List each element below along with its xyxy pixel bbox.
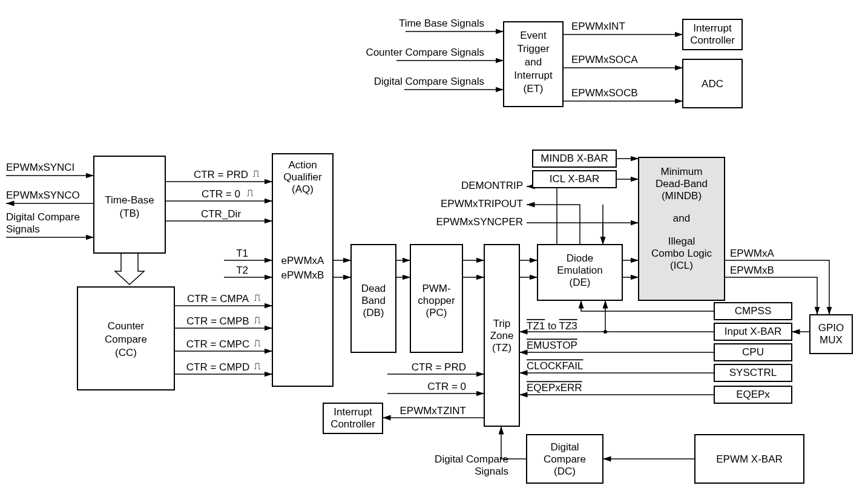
svg-text:CPU: CPU (742, 346, 764, 358)
dc-signals-bottom-l1: Digital Compare (435, 453, 508, 465)
svg-text:Combo Logic: Combo Logic (651, 248, 712, 259)
svg-text:(PC): (PC) (426, 307, 447, 318)
svg-text:Compare: Compare (105, 334, 147, 345)
pulse-icon: ⎍ (254, 337, 261, 349)
et-l3: and (525, 56, 542, 68)
svg-text:TZ1 to TZ3: TZ1 to TZ3 (527, 320, 577, 332)
tz-ctr-prd-label: CTR = PRD (412, 361, 466, 373)
svg-text:Emulation: Emulation (557, 265, 603, 276)
et-l4: Interrupt (514, 70, 553, 81)
svg-text:and: and (673, 212, 690, 224)
epwmxsoca-label: EPWMxSOCA (571, 54, 638, 65)
svg-text:ICL X-BAR: ICL X-BAR (550, 173, 600, 185)
svg-text:Time-Base: Time-Base (105, 194, 154, 206)
svg-text:(AQ): (AQ) (292, 183, 314, 195)
svg-text:PWM-: PWM- (422, 283, 450, 294)
svg-text:(DE): (DE) (570, 277, 591, 288)
et-l1: Event (520, 30, 547, 41)
epwmxa-label: ePWMxA (281, 255, 325, 266)
dc-left-l1: Digital Compare (6, 211, 80, 223)
epwmxtzint-label: EPWMxTZINT (399, 405, 466, 417)
svg-text:Compare: Compare (544, 453, 586, 465)
ctr-dir-label: CTR_Dir (201, 208, 241, 220)
svg-text:(CC): (CC) (115, 347, 137, 358)
svg-text:Input X-BAR: Input X-BAR (725, 326, 782, 337)
out-epwmxa-label: EPWMxA (730, 248, 774, 259)
tz-ctr-zero-label: CTR = 0 (427, 381, 466, 392)
ctr-cmpa-label: CTR = CMPA (187, 293, 249, 305)
svg-text:Zone: Zone (490, 330, 514, 341)
svg-text:EQEPx: EQEPx (736, 389, 770, 400)
svg-text:Interrupt: Interrupt (334, 406, 372, 418)
emustop-label: EMUSTOP (527, 340, 577, 351)
svg-text:Controller: Controller (330, 418, 375, 430)
tz1-label: TZ1 (527, 320, 545, 332)
svg-text:Controller: Controller (690, 35, 735, 46)
svg-text:Band: Band (361, 295, 386, 306)
svg-text:ADC: ADC (702, 78, 723, 90)
svg-text:(TB): (TB) (119, 208, 139, 219)
svg-text:Diode: Diode (567, 252, 593, 264)
svg-text:(DC): (DC) (554, 466, 576, 477)
pulse-icon: ⎍ (254, 314, 261, 326)
epwm-block-diagram: Event Trigger and Interrupt (ET) Time Ba… (0, 0, 868, 494)
svg-text:Dead-Band: Dead-Band (656, 178, 708, 189)
et-l5: (ET) (523, 83, 543, 94)
svg-text:(DB): (DB) (363, 307, 384, 318)
epwmxsynco-label: EPWMxSYNCO (6, 189, 80, 201)
epwmxtripout-label: EPWMxTRIPOUT (441, 198, 523, 209)
timebase-signals-label: Time Base Signals (399, 18, 484, 29)
pulse-icon: ⎍ (254, 360, 261, 372)
ctr-prd-label: CTR = PRD (194, 169, 248, 180)
svg-text:GPIO: GPIO (818, 322, 844, 334)
tz3-label: TZ3 (559, 320, 577, 332)
digital-compare-signals-top-label: Digital Compare Signals (374, 76, 484, 87)
epwmxint-label: EPWMxINT (571, 21, 625, 32)
epwmxsynci-label: EPWMxSYNCI (6, 162, 74, 173)
svg-text:MUX: MUX (820, 334, 843, 346)
out-epwmxb-label: EPWMxB (730, 265, 774, 276)
pulse-icon: ⎍ (253, 168, 260, 179)
svg-text:Digital: Digital (550, 441, 579, 453)
dc-signals-bottom-l2: Signals (475, 466, 508, 477)
svg-text:(ICL): (ICL) (670, 260, 693, 271)
svg-text:Trip: Trip (493, 318, 511, 329)
svg-text:Counter: Counter (108, 320, 145, 332)
epwmxsocb-label: EPWMxSOCB (571, 87, 638, 99)
counter-compare-signals-label: Counter Compare Signals (366, 47, 484, 58)
svg-text:Dead: Dead (361, 283, 386, 294)
svg-text:(TZ): (TZ) (492, 342, 511, 354)
ctr-cmpc-label: CTR = CMPC (186, 338, 249, 350)
svg-text:Action: Action (288, 159, 317, 171)
epwmxb-label: ePWMxB (281, 269, 324, 281)
ctr-zero-label: CTR = 0 (202, 188, 240, 200)
ctr-cmpb-label: CTR = CMPB (186, 315, 249, 327)
pulse-icon: ⎍ (254, 292, 261, 303)
svg-text:chopper: chopper (418, 295, 455, 306)
svg-text:EPWM X-BAR: EPWM X-BAR (716, 453, 783, 465)
svg-text:SYSCTRL: SYSCTRL (729, 367, 777, 378)
t2-label: T2 (236, 265, 248, 276)
svg-text:Interrupt: Interrupt (693, 22, 732, 34)
svg-text:(MINDB): (MINDB) (662, 190, 702, 202)
svg-text:Qualifier: Qualifier (283, 171, 322, 183)
et-l2: Trigger (517, 43, 550, 54)
clockfail-label: CLOCKFAIL (527, 360, 584, 372)
epwmxsyncper-label: EPWMxSYNCPER (436, 216, 523, 228)
ctr-cmpd-label: CTR = CMPD (186, 361, 249, 373)
eqepxerr-label: EQEPxERR (527, 382, 582, 394)
svg-text:Minimum: Minimum (661, 166, 703, 177)
dc-left-l2: Signals (6, 223, 40, 235)
svg-text:MINDB X-BAR: MINDB X-BAR (541, 153, 608, 164)
svg-text:CMPSS: CMPSS (735, 305, 771, 317)
demontrip-label: DEMONTRIP (461, 180, 523, 191)
t1-label: T1 (236, 248, 248, 259)
pulse-icon: ⎍ (247, 187, 254, 199)
svg-text:Illegal: Illegal (668, 235, 695, 247)
